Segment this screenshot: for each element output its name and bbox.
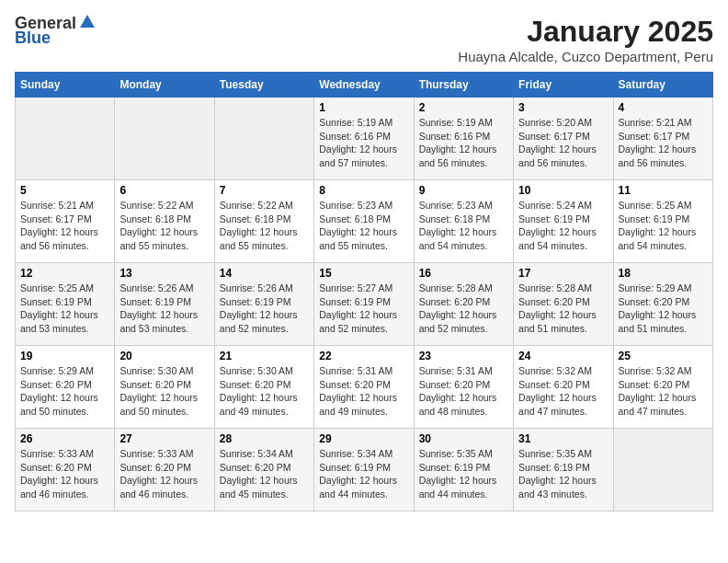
header-tuesday: Tuesday	[214, 73, 313, 98]
day-number: 9	[419, 184, 508, 197]
day-detail: Sunrise: 5:22 AM Sunset: 6:18 PM Dayligh…	[119, 199, 209, 253]
day-number: 17	[518, 267, 608, 280]
day-detail: Sunrise: 5:31 AM Sunset: 6:20 PM Dayligh…	[319, 364, 408, 419]
day-number: 28	[220, 432, 309, 445]
table-row	[613, 429, 712, 511]
table-row: 14Sunrise: 5:26 AM Sunset: 6:19 PM Dayli…	[214, 263, 313, 346]
day-detail: Sunrise: 5:23 AM Sunset: 6:18 PM Dayligh…	[319, 199, 408, 253]
table-row: 10Sunrise: 5:24 AM Sunset: 6:19 PM Dayli…	[514, 180, 613, 263]
day-number: 22	[319, 350, 408, 362]
day-detail: Sunrise: 5:24 AM Sunset: 6:19 PM Dayligh…	[518, 199, 608, 253]
table-row: 20Sunrise: 5:30 AM Sunset: 6:20 PM Dayli…	[115, 346, 214, 429]
day-detail: Sunrise: 5:28 AM Sunset: 6:20 PM Dayligh…	[419, 282, 508, 336]
table-row: 19Sunrise: 5:29 AM Sunset: 6:20 PM Dayli…	[16, 346, 115, 429]
table-row: 6Sunrise: 5:22 AM Sunset: 6:18 PM Daylig…	[115, 180, 214, 263]
day-number: 25	[619, 350, 708, 362]
calendar-subtitle: Huayna Alcalde, Cuzco Department, Peru	[458, 49, 713, 64]
day-number: 31	[518, 432, 608, 445]
day-detail: Sunrise: 5:35 AM Sunset: 6:19 PM Dayligh…	[518, 447, 608, 501]
header-wednesday: Wednesday	[314, 73, 414, 98]
calendar-week-row: 1Sunrise: 5:19 AM Sunset: 6:16 PM Daylig…	[16, 98, 713, 180]
svg-marker-0	[80, 15, 95, 28]
table-row: 3Sunrise: 5:20 AM Sunset: 6:17 PM Daylig…	[514, 98, 613, 180]
table-row: 12Sunrise: 5:25 AM Sunset: 6:19 PM Dayli…	[16, 263, 115, 346]
day-detail: Sunrise: 5:30 AM Sunset: 6:20 PM Dayligh…	[119, 364, 209, 419]
calendar-week-row: 5Sunrise: 5:21 AM Sunset: 6:17 PM Daylig…	[16, 180, 713, 263]
day-number: 15	[319, 267, 408, 280]
day-detail: Sunrise: 5:33 AM Sunset: 6:20 PM Dayligh…	[119, 447, 209, 501]
table-row: 15Sunrise: 5:27 AM Sunset: 6:19 PM Dayli…	[314, 263, 414, 346]
day-detail: Sunrise: 5:19 AM Sunset: 6:16 PM Dayligh…	[319, 116, 408, 170]
day-detail: Sunrise: 5:34 AM Sunset: 6:19 PM Dayligh…	[319, 447, 408, 501]
logo-blue: Blue	[15, 29, 51, 48]
day-detail: Sunrise: 5:26 AM Sunset: 6:19 PM Dayligh…	[220, 282, 309, 336]
table-row: 7Sunrise: 5:22 AM Sunset: 6:18 PM Daylig…	[214, 180, 313, 263]
day-number: 24	[518, 350, 608, 362]
table-row: 9Sunrise: 5:23 AM Sunset: 6:18 PM Daylig…	[414, 180, 513, 263]
day-detail: Sunrise: 5:28 AM Sunset: 6:20 PM Dayligh…	[518, 282, 608, 336]
table-row	[214, 98, 313, 180]
day-number: 2	[419, 101, 508, 114]
calendar-header-row: Sunday Monday Tuesday Wednesday Thursday…	[16, 73, 713, 98]
day-number: 10	[518, 184, 608, 197]
table-row: 26Sunrise: 5:33 AM Sunset: 6:20 PM Dayli…	[16, 429, 115, 511]
day-detail: Sunrise: 5:30 AM Sunset: 6:20 PM Dayligh…	[220, 364, 309, 419]
day-detail: Sunrise: 5:29 AM Sunset: 6:20 PM Dayligh…	[619, 282, 708, 336]
table-row: 11Sunrise: 5:25 AM Sunset: 6:19 PM Dayli…	[613, 180, 712, 263]
day-number: 13	[119, 267, 209, 280]
day-detail: Sunrise: 5:19 AM Sunset: 6:16 PM Dayligh…	[419, 116, 508, 170]
table-row: 24Sunrise: 5:32 AM Sunset: 6:20 PM Dayli…	[514, 346, 613, 429]
day-detail: Sunrise: 5:32 AM Sunset: 6:20 PM Dayligh…	[518, 364, 608, 419]
day-number: 6	[119, 184, 209, 197]
day-number: 18	[619, 267, 708, 280]
header-monday: Monday	[115, 73, 214, 98]
day-detail: Sunrise: 5:27 AM Sunset: 6:19 PM Dayligh…	[319, 282, 408, 336]
day-number: 26	[20, 432, 109, 445]
day-number: 4	[619, 101, 708, 114]
table-row: 23Sunrise: 5:31 AM Sunset: 6:20 PM Dayli…	[414, 346, 513, 429]
day-number: 3	[518, 101, 608, 114]
day-number: 21	[220, 350, 309, 362]
table-row	[115, 98, 214, 180]
table-row: 13Sunrise: 5:26 AM Sunset: 6:19 PM Dayli…	[115, 263, 214, 346]
header: General Blue January 2025 Huayna Alcalde…	[15, 15, 713, 64]
table-row: 30Sunrise: 5:35 AM Sunset: 6:19 PM Dayli…	[414, 429, 513, 511]
day-detail: Sunrise: 5:33 AM Sunset: 6:20 PM Dayligh…	[20, 447, 109, 501]
day-detail: Sunrise: 5:25 AM Sunset: 6:19 PM Dayligh…	[20, 282, 109, 336]
day-detail: Sunrise: 5:25 AM Sunset: 6:19 PM Dayligh…	[619, 199, 708, 253]
calendar-week-row: 26Sunrise: 5:33 AM Sunset: 6:20 PM Dayli…	[16, 429, 713, 511]
logo: General Blue	[15, 15, 97, 48]
calendar-title: January 2025	[458, 15, 713, 49]
day-number: 11	[619, 184, 708, 197]
day-number: 8	[319, 184, 408, 197]
day-number: 14	[220, 267, 309, 280]
day-detail: Sunrise: 5:23 AM Sunset: 6:18 PM Dayligh…	[419, 199, 508, 253]
day-detail: Sunrise: 5:34 AM Sunset: 6:20 PM Dayligh…	[220, 447, 309, 501]
table-row: 29Sunrise: 5:34 AM Sunset: 6:19 PM Dayli…	[314, 429, 414, 511]
logo-triangle-icon	[78, 13, 97, 31]
title-area: January 2025 Huayna Alcalde, Cuzco Depar…	[458, 15, 713, 64]
table-row: 27Sunrise: 5:33 AM Sunset: 6:20 PM Dayli…	[115, 429, 214, 511]
day-detail: Sunrise: 5:21 AM Sunset: 6:17 PM Dayligh…	[619, 116, 708, 170]
day-detail: Sunrise: 5:29 AM Sunset: 6:20 PM Dayligh…	[20, 364, 109, 419]
day-detail: Sunrise: 5:20 AM Sunset: 6:17 PM Dayligh…	[518, 116, 608, 170]
header-thursday: Thursday	[414, 73, 513, 98]
table-row: 1Sunrise: 5:19 AM Sunset: 6:16 PM Daylig…	[314, 98, 414, 180]
day-detail: Sunrise: 5:21 AM Sunset: 6:17 PM Dayligh…	[20, 199, 109, 253]
day-detail: Sunrise: 5:35 AM Sunset: 6:19 PM Dayligh…	[419, 447, 508, 501]
day-number: 5	[20, 184, 109, 197]
day-number: 30	[419, 432, 508, 445]
day-number: 1	[319, 101, 408, 114]
table-row: 16Sunrise: 5:28 AM Sunset: 6:20 PM Dayli…	[414, 263, 513, 346]
day-number: 20	[119, 350, 209, 362]
table-row: 2Sunrise: 5:19 AM Sunset: 6:16 PM Daylig…	[414, 98, 513, 180]
table-row: 5Sunrise: 5:21 AM Sunset: 6:17 PM Daylig…	[16, 180, 115, 263]
table-row	[16, 98, 115, 180]
day-number: 7	[220, 184, 309, 197]
table-row: 25Sunrise: 5:32 AM Sunset: 6:20 PM Dayli…	[613, 346, 712, 429]
table-row: 17Sunrise: 5:28 AM Sunset: 6:20 PM Dayli…	[514, 263, 613, 346]
day-detail: Sunrise: 5:22 AM Sunset: 6:18 PM Dayligh…	[220, 199, 309, 253]
header-friday: Friday	[514, 73, 613, 98]
table-row: 4Sunrise: 5:21 AM Sunset: 6:17 PM Daylig…	[613, 98, 712, 180]
calendar-week-row: 12Sunrise: 5:25 AM Sunset: 6:19 PM Dayli…	[16, 263, 713, 346]
